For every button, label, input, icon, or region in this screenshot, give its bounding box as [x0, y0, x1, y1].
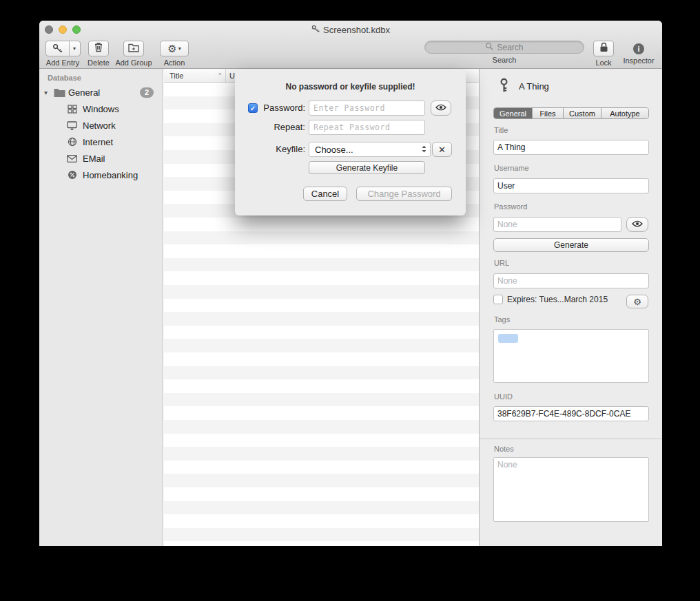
lock-button[interactable]: [593, 41, 614, 56]
titlebar: Screenshot.kdbx: [39, 21, 662, 39]
keyfile-selected-value: Choose...: [315, 145, 422, 155]
password-checkbox[interactable]: ✓: [248, 103, 258, 113]
uuid-field[interactable]: [493, 406, 649, 421]
search-label: Search: [493, 56, 517, 64]
sidebar-item-windows[interactable]: Windows: [39, 101, 163, 117]
tab-custom[interactable]: Custom: [564, 108, 601, 118]
traffic-lights: [45, 25, 81, 34]
close-button[interactable]: [45, 25, 53, 34]
key-icon: [497, 78, 511, 95]
delete-item: Delete: [85, 41, 112, 67]
delete-button[interactable]: [88, 41, 109, 56]
tag-chip[interactable]: [498, 334, 518, 343]
dialog-keyfile-label: Keyfile:: [260, 144, 305, 154]
dialog-repeat-field[interactable]: [309, 120, 425, 135]
tab-files[interactable]: Files: [533, 108, 564, 118]
homebanking-icon: [66, 170, 78, 180]
expires-checkbox[interactable]: [493, 295, 503, 304]
column-header-title[interactable]: Title ⌃: [164, 69, 226, 82]
change-password-button[interactable]: Change Password: [356, 187, 452, 201]
dialog-message: No password or keyfile supplied!: [235, 82, 466, 92]
inspector-divider: [480, 439, 662, 439]
sidebar-item-network[interactable]: Network: [39, 117, 163, 134]
add-entry-button[interactable]: ▾: [45, 41, 81, 56]
info-icon: i: [637, 45, 639, 53]
cancel-button[interactable]: Cancel: [303, 187, 347, 201]
minimize-button[interactable]: [59, 25, 67, 34]
url-label: URL: [494, 259, 509, 267]
dialog-show-password-button[interactable]: [431, 101, 451, 116]
lock-item: Lock: [591, 41, 616, 67]
entry-header: A Thing: [497, 78, 549, 95]
password-field[interactable]: [493, 217, 621, 232]
generate-keyfile-button[interactable]: Generate Keyfile: [309, 161, 425, 174]
action-button[interactable]: ⚙ ▾: [160, 41, 189, 56]
column-header-username[interactable]: U: [226, 72, 235, 80]
entry-title: A Thing: [519, 81, 549, 92]
lock-label: Lock: [595, 59, 611, 67]
search-icon: [485, 42, 493, 52]
column-title-label: Title: [169, 72, 183, 80]
username-field[interactable]: [493, 178, 649, 193]
expires-label: Expires: Tues...March 2015: [507, 295, 608, 304]
disclosure-triangle-icon[interactable]: ▾: [44, 89, 51, 96]
eye-icon: [435, 103, 446, 113]
action-item: ⚙ ▾ Action: [158, 41, 190, 67]
window-title: Screenshot.kdbx: [323, 25, 390, 35]
search-input[interactable]: Search: [424, 41, 584, 54]
password-label: Password: [494, 202, 527, 211]
expires-row: Expires: Tues...March 2015: [493, 295, 608, 304]
column-username-label: U: [229, 72, 235, 80]
screenshot-stage: Screenshot.kdbx ▾ Add Entry: [0, 0, 700, 601]
gear-icon: ⚙: [167, 43, 176, 54]
inspector-toggle-button[interactable]: i: [633, 43, 644, 54]
document-icon: [311, 25, 320, 35]
inspector-tabs: General Files Custom Autotype: [493, 107, 649, 119]
search-placeholder: Search: [497, 43, 523, 52]
url-field[interactable]: [493, 273, 649, 288]
generate-password-button[interactable]: Generate: [493, 238, 649, 252]
delete-label: Delete: [88, 59, 110, 67]
sidebar-item-internet[interactable]: Internet: [39, 134, 163, 150]
sidebar-item-homebanking[interactable]: Homebanking: [39, 167, 163, 183]
tab-general[interactable]: General: [494, 108, 533, 118]
title-field[interactable]: [493, 140, 649, 155]
username-label: Username: [494, 164, 529, 172]
zoom-button[interactable]: [72, 25, 81, 34]
add-entry-item: ▾ Add Entry: [43, 41, 82, 67]
action-label: Action: [164, 59, 185, 67]
sidebar-item-label: Internet: [83, 137, 113, 147]
tab-autotype[interactable]: Autotype: [601, 108, 648, 118]
inspector-item: i Inspector: [621, 41, 657, 65]
notes-field[interactable]: [493, 457, 649, 522]
sidebar-item-label: Network: [83, 120, 116, 131]
sidebar-header: Database: [39, 72, 163, 84]
sidebar-item-email[interactable]: EMail: [39, 150, 163, 167]
chevron-down-icon: ▾: [178, 45, 181, 52]
dialog-password-field[interactable]: [309, 101, 425, 116]
sidebar-item-label: Homebanking: [83, 170, 138, 180]
sidebar: Database ▾ General 2 Windows Network: [39, 69, 163, 546]
sort-ascending-icon: ⌃: [217, 72, 223, 79]
show-password-button[interactable]: [626, 217, 648, 232]
uuid-label: UUID: [494, 392, 513, 401]
sidebar-group-general[interactable]: ▾ General 2: [39, 84, 163, 101]
dialog-repeat-label: Repeat:: [260, 122, 305, 132]
dialog-password-label: Password:: [260, 103, 305, 113]
app-window: Screenshot.kdbx ▾ Add Entry: [39, 21, 662, 546]
lock-icon: [599, 42, 608, 55]
keyfile-dropdown[interactable]: Choose...: [309, 142, 431, 157]
gear-icon: ⚙: [633, 297, 641, 306]
change-password-dialog: No password or keyfile supplied! ✓ Passw…: [235, 69, 466, 215]
entry-count-badge: 2: [140, 87, 154, 98]
add-entry-dropdown-button[interactable]: ▾: [69, 41, 80, 56]
folder-add-icon: [128, 43, 139, 55]
tags-field[interactable]: [493, 329, 649, 383]
add-group-button[interactable]: [123, 41, 144, 56]
stepper-icon: [422, 145, 426, 155]
expires-settings-button[interactable]: ⚙: [626, 295, 648, 308]
sidebar-group-label: General: [68, 87, 100, 98]
window-chrome: Screenshot.kdbx ▾ Add Entry: [39, 21, 662, 69]
notes-label: Notes: [494, 445, 514, 453]
clear-keyfile-button[interactable]: ✕: [432, 142, 452, 157]
